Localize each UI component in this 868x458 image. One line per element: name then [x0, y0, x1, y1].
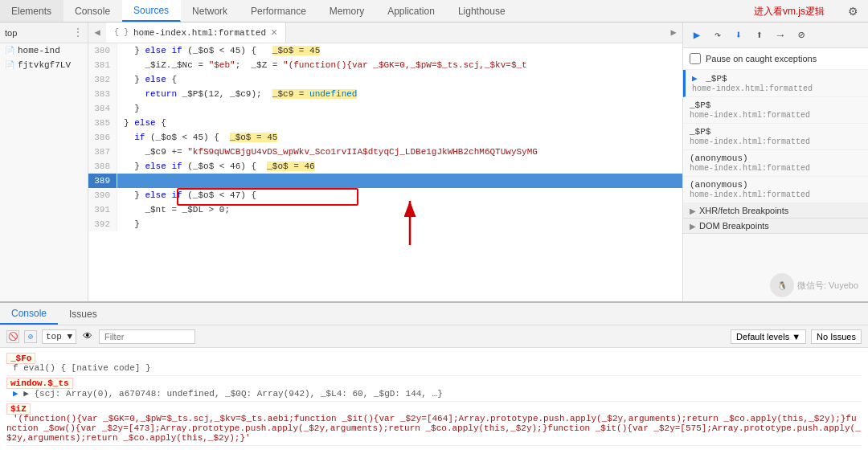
line-content-382: } else { [117, 72, 177, 87]
line-num-388: 388 [88, 159, 117, 174]
step-out-btn[interactable]: ⬆ [751, 27, 768, 44]
console-val-ts[interactable]: ▶ ▶ {scj: Array(0), a670748: undefined, … [13, 389, 443, 399]
code-line-381: 381 _$iZ._$Nc = "$eb"; _$Z = "(function(… [88, 58, 682, 72]
editor-tab-label: home-index.html:formatted [133, 28, 266, 38]
bottom-tab-issues[interactable]: Issues [58, 303, 108, 325]
line-num-383: 383 [88, 87, 117, 101]
nav-tab-network[interactable]: Network [181, 0, 240, 22]
stack-name-1: _$P$ [690, 100, 710, 110]
nav-icons: ⚙ [837, 0, 868, 22]
console-val-fo: f eval() { [native code] } [13, 363, 151, 373]
dom-breakpoints-section[interactable]: ▶ DOM Breakpoints [683, 219, 868, 234]
line-num-380: 380 [88, 43, 117, 58]
code-line-380: 380 } else if (_$o$ < 45) { _$o$ = 45 [88, 43, 682, 58]
nav-tab-sources[interactable]: Sources [122, 0, 181, 22]
code-line-385: 385 } else { [88, 116, 682, 130]
left-panel-menu-icon[interactable]: ⋮ [73, 27, 83, 39]
settings-icon[interactable]: ⚙ [844, 2, 862, 20]
xhr-breakpoints-section[interactable]: ▶ XHR/fetch Breakpoints [683, 203, 868, 219]
tree-item-fjtvkgf7[interactable]: 📄 fjtvkgf7LV [0, 58, 88, 72]
line-content-385: } else { [117, 116, 166, 130]
nav-tab-lighthouse[interactable]: Lighthouse [447, 0, 518, 22]
line-content-386: if (_$o$ < 45) { _$o$ = 45 [117, 130, 277, 145]
bottom-tabs: Console Issues [0, 303, 868, 325]
call-stack-item-0[interactable]: ▶ _$P$ home-index.html:formatted [683, 70, 868, 97]
console-var-ts[interactable]: window.$_ts [6, 378, 73, 389]
code-line-383: 383 return _$P$(12, _$c9); _$c9 = undefi… [88, 87, 682, 101]
editor-tab-home-index[interactable]: { } home-index.html:formatted × [106, 22, 286, 43]
tree-item-label: home-ind [18, 46, 60, 55]
call-stack-item-2[interactable]: _$P$ home-index.html:formatted [683, 124, 868, 150]
code-line-389: 389 _$c9 = _$Fo.call(_$gD, _$iZ); [88, 174, 682, 188]
eye-icon[interactable]: 👁 [81, 330, 94, 343]
close-tab-btn[interactable]: × [271, 27, 277, 39]
stack-name-2: _$P$ [690, 127, 710, 137]
top-context-selector[interactable]: top ▼ [42, 329, 76, 344]
debug-toolbar: ▶ ↷ ⬇ ⬆ → ⊘ [683, 22, 868, 48]
vm-js-link[interactable]: 进入看vm.js逻辑 [751, 0, 828, 23]
bottom-tab-console[interactable]: Console [0, 303, 58, 325]
expand-arrow[interactable]: ▶ [13, 389, 23, 399]
stack-file-0: home-index.html:formatted [692, 84, 813, 93]
filter-icon[interactable]: ⊘ [24, 330, 37, 343]
file-icon-2: 📄 [5, 60, 14, 70]
watermark-text: 微信号: Vuyebo [797, 280, 858, 292]
watermark: 🐧 微信号: Vuyebo [770, 273, 858, 297]
resume-btn[interactable]: ▶ [688, 27, 706, 44]
default-levels-btn[interactable]: Default levels ▼ [731, 329, 806, 344]
stack-file-3: home-index.html:formatted [690, 164, 810, 173]
file-icon: 📄 [5, 46, 14, 55]
line-content-392: } [117, 217, 140, 231]
tab-back-btn[interactable]: ◀ [88, 22, 106, 43]
line-num-387: 387 [88, 145, 117, 159]
nav-tab-performance[interactable]: Performance [240, 0, 318, 22]
code-line-382: 382 } else { [88, 72, 682, 87]
line-content-384: } [117, 101, 140, 116]
code-line-391: 391 _$nt = _$DL > 0; [88, 202, 682, 217]
left-panel-top-label: top [5, 28, 17, 38]
stack-file-2: home-index.html:formatted [690, 137, 810, 146]
step-over-btn[interactable]: ↷ [709, 27, 727, 44]
code-line-390: 390 } else if (_$o$ < 47) { [88, 188, 682, 202]
tab-forward-btn[interactable]: ▶ [665, 22, 682, 43]
line-num-384: 384 [88, 101, 117, 116]
nav-tab-application[interactable]: Application [376, 0, 447, 22]
call-stack-item-3[interactable]: (anonymous) home-index.html:formatted [683, 150, 868, 177]
line-num-390: 390 [88, 188, 117, 202]
nav-tab-memory[interactable]: Memory [318, 0, 376, 22]
step-into-btn[interactable]: ⬇ [730, 27, 747, 44]
call-stack-item-1[interactable]: _$P$ home-index.html:formatted [683, 97, 868, 124]
left-panel-header: top ⋮ [0, 22, 88, 43]
console-var-fo[interactable]: _$Fo [6, 353, 35, 364]
line-content-381: _$iZ._$Nc = "$eb"; _$Z = "(function(){va… [117, 58, 527, 72]
call-stack-item-4[interactable]: (anonymous) home-index.html:formatted [683, 177, 868, 203]
top-nav: Elements Console Sources Network Perform… [0, 0, 868, 22]
dom-label: DOM Breakpoints [699, 221, 769, 231]
code-line-387: 387 _$c9 += "kfS9qUWCBjgU4vDS_wpWkv_Sco1… [88, 145, 682, 159]
line-content-380: } else if (_$o$ < 45) { _$o$ = 45 [117, 43, 320, 58]
clear-console-btn[interactable]: 🚫 [6, 330, 19, 343]
stack-arrow: ▶ [692, 74, 698, 84]
pause-exceptions-row: Pause on caught exceptions [683, 48, 868, 70]
no-issues-btn[interactable]: No Issues [811, 329, 862, 344]
tree-item-home-index[interactable]: 📄 home-ind [0, 43, 88, 58]
nav-tab-console[interactable]: Console [63, 0, 122, 22]
console-var-iz[interactable]: $iZ [6, 403, 31, 415]
tree-item-label-2: fjtvkgf7LV [18, 60, 71, 70]
deactivate-btn[interactable]: ⊘ [792, 27, 810, 44]
line-num-385: 385 [88, 116, 117, 130]
console-entry-0: _$Fo f eval() { [native code] } [6, 351, 862, 376]
wm-logo: 🐧 [770, 273, 794, 297]
code-line-388: 388 } else if (_$o$ < 46) { _$o$ = 46 [88, 159, 682, 174]
console-entry-1: window.$_ts ▶ ▶ {scj: Array(0), a670748:… [6, 376, 862, 402]
line-content-388: } else if (_$o$ < 46) { _$o$ = 46 [117, 159, 315, 174]
stack-name-4: (anonymous) [690, 180, 748, 190]
pause-checkbox[interactable] [690, 53, 701, 64]
nav-tab-elements[interactable]: Elements [0, 0, 63, 22]
line-num-391: 391 [88, 202, 117, 217]
line-num-386: 386 [88, 130, 117, 145]
filter-input[interactable] [99, 329, 195, 344]
line-content-390: } else if (_$o$ < 47) { [117, 188, 256, 202]
pause-label: Pause on caught exceptions [706, 54, 817, 63]
step-btn[interactable]: → [772, 27, 789, 44]
